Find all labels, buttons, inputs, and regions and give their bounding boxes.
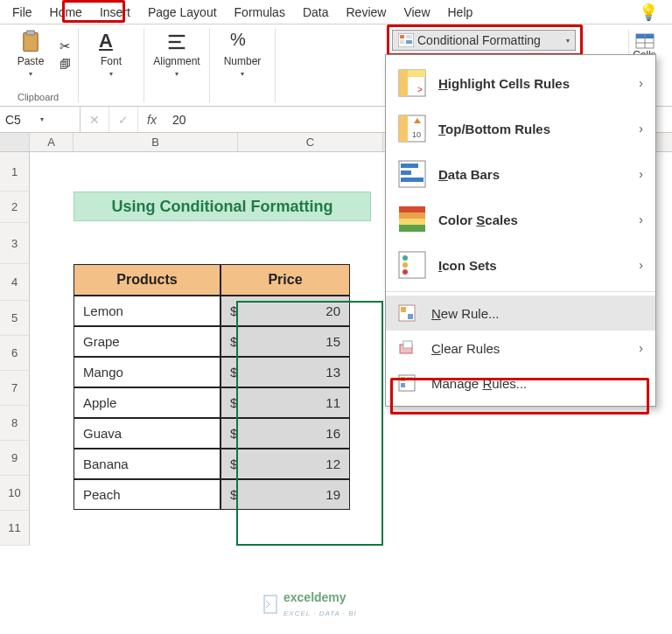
alignment-button[interactable]: Alignment▾ [151,28,202,80]
clipboard-label: Clipboard [18,90,59,104]
svg-rect-8 [400,40,404,44]
row-4[interactable]: 4 [0,264,30,301]
row-2[interactable]: 2 [0,192,30,223]
fx-accept-icon[interactable]: ✓ [109,107,138,132]
svg-rect-36 [408,314,413,319]
fx-cancel-icon[interactable]: ✕ [80,107,109,132]
row-1[interactable]: 1 [0,152,30,192]
svg-point-32 [402,262,408,268]
menu-bar: File Home Insert Page Layout Formulas Da… [0,0,672,24]
table-row: Guava$16 [74,418,350,449]
col-A[interactable]: A [30,133,74,151]
row-7[interactable]: 7 [0,371,30,406]
svg-rect-16 [399,70,408,96]
fx-icon[interactable]: fx [138,113,165,127]
menu-help[interactable]: Help [439,3,482,22]
menu-home[interactable]: Home [41,3,91,22]
alignment-icon [164,30,189,54]
group-clipboard: Paste▾ ✂ 🗐 Clipboard [0,24,76,106]
menu-data[interactable]: Data [294,3,338,22]
dd-color-scales[interactable]: Color Scales › [386,197,655,242]
svg-text:>: > [417,85,423,94]
copy-icon[interactable]: 🗐 [60,58,71,71]
col-C[interactable]: C [238,133,383,151]
name-box[interactable]: C5▾ [0,107,80,132]
svg-rect-38 [403,341,412,348]
menu-file[interactable]: File [4,3,41,22]
menu-page-layout[interactable]: Page Layout [139,3,226,22]
svg-rect-6 [400,35,404,38]
tell-me-icon[interactable]: 💡 [639,3,668,22]
svg-rect-0 [24,33,38,52]
cut-icon[interactable]: ✂ [60,38,71,54]
row-11[interactable]: 11 [0,511,30,546]
conditional-formatting-button[interactable]: Conditional Formatting ▾ [392,30,576,51]
cf-icon [398,33,414,47]
paste-label: Paste▾ [18,56,45,79]
svg-rect-9 [406,40,412,44]
menu-view[interactable]: View [395,3,438,22]
svg-point-31 [402,255,408,261]
svg-rect-23 [401,164,418,168]
table-row: Grape$15 [74,326,350,357]
row-10[interactable]: 10 [0,476,30,511]
cf-dropdown: > Highlight Cells Rules › 10 Top/Bottom … [385,54,656,407]
data-bars-icon [398,160,426,188]
svg-rect-26 [399,206,425,212]
dd-highlight-cells-rules[interactable]: > Highlight Cells Rules › [386,60,655,106]
row-9[interactable]: 9 [0,441,30,476]
header-products[interactable]: Products [74,264,220,296]
icon-sets-icon [398,251,426,279]
svg-rect-24 [401,171,411,175]
group-font: A Font▾ [80,24,142,106]
cf-label: Conditional Formatting [417,33,541,47]
table-row: Peach$19 [74,479,350,510]
paste-button[interactable]: Paste▾ [5,28,56,80]
table-row: Mango$13 [74,357,350,387]
select-all-corner[interactable] [0,133,30,151]
number-button[interactable]: % Number▾ [217,28,268,80]
dd-icon-sets[interactable]: Icon Sets › [386,242,655,288]
svg-rect-1 [26,31,34,35]
top-bottom-icon: 10 [398,115,426,143]
new-rule-icon [398,304,416,322]
dd-data-bars[interactable]: Data Bars › [386,151,655,197]
dd-clear-rules[interactable]: Clear Rules › [386,331,655,366]
svg-rect-41 [407,377,413,380]
col-B[interactable]: B [74,133,238,151]
svg-rect-27 [399,212,425,219]
table-row: Lemon$20 [74,296,350,326]
font-icon: A [99,30,123,54]
row-5[interactable]: 5 [0,301,30,336]
group-number: % Number▾ [212,24,273,106]
table-row: Banana$12 [74,449,350,479]
svg-text:10: 10 [412,130,421,139]
svg-point-33 [402,269,408,275]
chevron-right-icon: › [639,76,643,90]
watermark: exceldemy EXCEL · DATA · BI [262,590,357,618]
menu-review[interactable]: Review [338,3,396,22]
sheet-title[interactable]: Using Conditional Formatting [74,192,371,221]
chevron-down-icon: ▾ [566,37,570,45]
header-price[interactable]: Price [220,264,350,296]
font-button[interactable]: A Font▾ [86,28,136,80]
menu-insert[interactable]: Insert [91,3,139,22]
table-row: Apple$11 [74,387,350,418]
row-6[interactable]: 6 [0,336,30,371]
color-scales-icon [398,206,426,233]
row-3[interactable]: 3 [0,223,30,264]
menu-formulas[interactable]: Formulas [226,3,294,22]
svg-rect-28 [399,219,425,225]
dd-top-bottom-rules[interactable]: 10 Top/Bottom Rules › [386,106,655,151]
svg-rect-42 [401,383,405,387]
svg-rect-7 [406,35,412,38]
row-8[interactable]: 8 [0,406,30,441]
svg-rect-25 [401,178,424,182]
dd-new-rule[interactable]: New Rule... [386,296,655,331]
dd-label: Highlight Cells Rules [438,76,570,91]
paste-icon [18,30,43,54]
highlight-cells-icon: > [398,69,426,97]
dd-manage-rules[interactable]: Manage Rules... [386,366,655,401]
clear-rules-icon [398,339,416,357]
group-alignment: Alignment▾ [146,24,207,106]
